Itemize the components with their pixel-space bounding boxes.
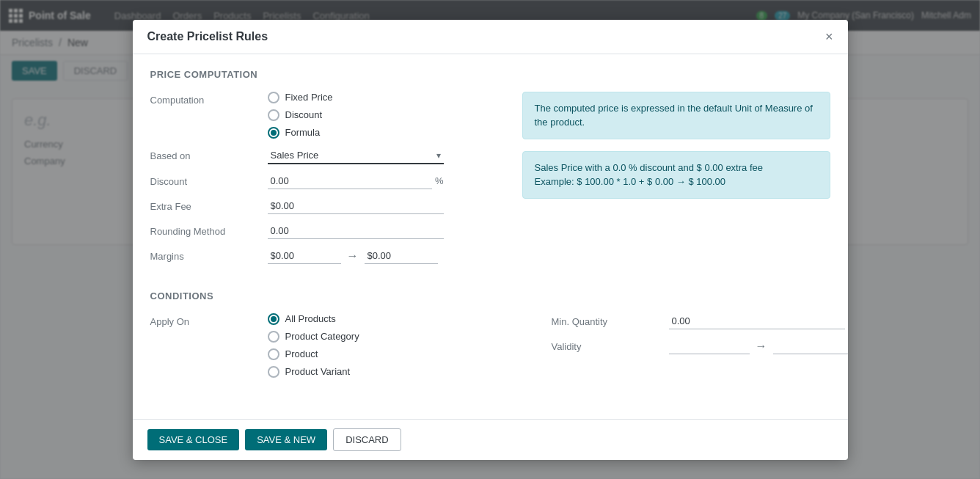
validity-arrow: →: [756, 340, 767, 353]
based-on-select-wrapper: Sales Price Other Pricelist Product Cost: [268, 147, 444, 164]
save-close-button[interactable]: SAVE & CLOSE: [147, 429, 240, 450]
radio-formula[interactable]: Formula: [268, 127, 508, 139]
discount-input[interactable]: [268, 173, 432, 189]
computation-info-right: The computed price is expressed in the d…: [508, 92, 830, 273]
modal-dialog: Create Pricelist Rules × Price Computati…: [133, 20, 848, 460]
conditions-layout: Apply On All Products Product: [150, 313, 830, 387]
price-computation-section: Price Computation Computation Fixed Pric…: [150, 69, 830, 273]
radio-discount-label: Discount: [285, 109, 323, 120]
info-box-2-line2: Example: $ 100.00 * 1.0 + $ 0.00 → $ 100…: [535, 175, 818, 189]
radio-fixed-label: Fixed Price: [285, 92, 333, 103]
based-on-value: Sales Price Other Pricelist Product Cost: [268, 147, 508, 164]
info-box-2-line1: Sales Price with a 0.0 % discount and $ …: [535, 161, 818, 175]
margins-arrow: →: [347, 249, 359, 263]
conditions-section: Conditions Apply On All Products: [150, 290, 830, 387]
modal-close-button[interactable]: ×: [825, 30, 833, 43]
validity-range: →: [669, 338, 848, 354]
radio-formula-label: Formula: [285, 127, 321, 138]
validity-from-input[interactable]: [669, 338, 750, 354]
based-on-label: Based on: [150, 147, 268, 161]
save-new-button[interactable]: SAVE & NEW: [245, 429, 327, 450]
apply-on-options: All Products Product Category Product: [268, 313, 522, 378]
extra-fee-value: [268, 198, 508, 214]
validity-row: Validity →: [552, 338, 830, 354]
radio-all-products[interactable]: All Products: [268, 313, 522, 325]
rounding-method-label: Rounding Method: [150, 223, 268, 237]
apply-on-radio-group: All Products Product Category Product: [268, 313, 522, 378]
modal-overlay: Create Pricelist Rules × Price Computati…: [0, 0, 980, 479]
validity-to-input[interactable]: [773, 338, 848, 354]
margins-to-input[interactable]: [365, 248, 438, 264]
info-box-1: The computed price is expressed in the d…: [522, 92, 830, 139]
min-quantity-label: Min. Quantity: [552, 313, 669, 327]
rounding-method-row: Rounding Method: [150, 223, 508, 239]
extra-fee-input[interactable]: [268, 198, 444, 214]
radio-product[interactable]: Product: [268, 348, 522, 360]
discount-input-wrapper: %: [268, 173, 444, 189]
conditions-right: Min. Quantity Validity →: [552, 313, 830, 387]
radio-discount[interactable]: Discount: [268, 109, 508, 121]
radio-all-label: All Products: [285, 313, 336, 324]
min-quantity-input[interactable]: [669, 313, 845, 329]
computation-radio-group: Fixed Price Discount Formula: [268, 92, 508, 139]
validity-label: Validity: [552, 338, 669, 352]
conditions-title: Conditions: [150, 290, 830, 301]
radio-formula-circle: [268, 127, 279, 139]
computation-label: Computation: [150, 92, 268, 106]
radio-category-circle: [268, 331, 279, 343]
computation-row: Computation Fixed Price Disco: [150, 92, 508, 139]
radio-fixed-circle: [268, 92, 279, 103]
discount-value: %: [268, 173, 508, 189]
computation-with-info: Computation Fixed Price Disco: [150, 92, 830, 273]
discount-row: Discount %: [150, 173, 508, 189]
radio-product-category[interactable]: Product Category: [268, 331, 522, 343]
discount-label: Discount: [150, 173, 268, 187]
apply-on-row: Apply On All Products Product: [150, 313, 522, 378]
radio-product-label: Product: [285, 348, 318, 359]
apply-on-label: Apply On: [150, 313, 268, 327]
computation-form-left: Computation Fixed Price Disco: [150, 92, 508, 273]
radio-variant-circle: [268, 366, 279, 378]
margins-label: Margins: [150, 248, 268, 262]
modal-title: Create Pricelist Rules: [147, 30, 268, 43]
radio-category-label: Product Category: [285, 331, 359, 342]
price-computation-title: Price Computation: [150, 69, 830, 80]
radio-variant-label: Product Variant: [285, 366, 351, 377]
radio-all-circle: [268, 313, 279, 325]
modal-body: Price Computation Computation Fixed Pric…: [133, 54, 848, 419]
info-box-2: Sales Price with a 0.0 % discount and $ …: [522, 151, 830, 199]
margins-from-input[interactable]: [268, 248, 341, 264]
modal-footer: SAVE & CLOSE SAVE & NEW DISCARD: [133, 419, 848, 460]
margins-row: Margins →: [150, 248, 508, 264]
rounding-method-value: [268, 223, 508, 239]
radio-fixed-price[interactable]: Fixed Price: [268, 92, 508, 103]
radio-product-variant[interactable]: Product Variant: [268, 366, 522, 378]
radio-product-circle: [268, 348, 279, 360]
validity-value: →: [669, 338, 848, 354]
extra-fee-label: Extra Fee: [150, 198, 268, 212]
discard-button[interactable]: DISCARD: [333, 428, 401, 451]
rounding-method-input[interactable]: [268, 223, 444, 239]
info-box-1-text: The computed price is expressed in the d…: [535, 103, 813, 128]
min-quantity-value: [669, 313, 845, 329]
conditions-left: Apply On All Products Product: [150, 313, 522, 387]
computation-options: Fixed Price Discount Formula: [268, 92, 508, 139]
based-on-select[interactable]: Sales Price Other Pricelist Product Cost: [268, 147, 444, 164]
modal-header: Create Pricelist Rules ×: [133, 20, 848, 54]
min-quantity-row: Min. Quantity: [552, 313, 830, 329]
discount-suffix: %: [435, 175, 444, 186]
based-on-row: Based on Sales Price Other Pricelist Pro…: [150, 147, 508, 164]
extra-fee-row: Extra Fee: [150, 198, 508, 214]
margins-value: →: [268, 248, 508, 264]
margins-range: →: [268, 248, 508, 264]
radio-discount-circle: [268, 109, 279, 121]
